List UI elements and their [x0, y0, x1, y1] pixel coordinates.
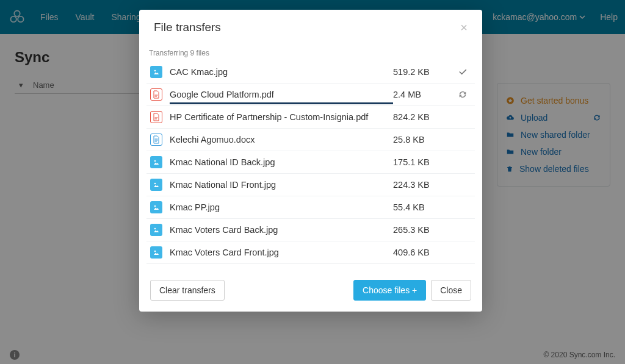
sync-icon — [458, 90, 468, 99]
file-size: 519.2 KB — [393, 67, 454, 77]
svg-rect-17 — [153, 204, 160, 211]
file-name: Kmac PP.jpg — [170, 202, 393, 212]
modal-close-icon[interactable]: × — [460, 21, 468, 34]
file-size: 175.1 KB — [393, 157, 454, 167]
file-transfers-modal: File transfers × Transferring 9 files CA… — [139, 10, 482, 312]
svg-rect-13 — [153, 159, 160, 166]
transfer-row: Kmac PP.jpg55.4 KB — [146, 196, 475, 219]
svg-rect-9 — [155, 119, 157, 120]
file-type-img-icon — [150, 246, 162, 259]
file-size: 55.4 KB — [393, 202, 454, 212]
transfer-row: Kmac National ID Back.jpg175.1 KB — [146, 151, 475, 174]
choose-files-button[interactable]: Choose files + — [353, 280, 426, 301]
transfer-row: Kelechi Agomuo.docx25.8 KB — [146, 129, 475, 151]
file-name: Kmac National ID Front.jpg — [170, 180, 393, 190]
file-type-img-icon — [150, 224, 162, 236]
check-icon — [458, 67, 468, 77]
transfer-row: CAC Kmac.jpg519.2 KB — [146, 61, 475, 84]
svg-rect-8 — [155, 118, 158, 118]
transfer-row: Google Cloud Platform.pdf2.4 MB — [146, 84, 475, 106]
svg-point-14 — [154, 160, 156, 162]
transfer-row: Kmac National ID Front.jpg224.3 KB — [146, 174, 475, 196]
svg-point-16 — [154, 183, 156, 185]
svg-point-20 — [154, 228, 156, 230]
svg-point-18 — [154, 205, 156, 207]
transfer-list: CAC Kmac.jpg519.2 KBGoogle Cloud Platfor… — [146, 61, 475, 264]
svg-rect-15 — [153, 181, 160, 188]
file-type-doc-icon — [150, 134, 162, 146]
file-status — [454, 90, 471, 99]
file-name: Kmac Voters Card Front.jpg — [170, 248, 393, 257]
file-status — [454, 67, 471, 77]
file-type-img-icon — [150, 179, 162, 191]
file-name: Kmac Voters Card Back.jpg — [170, 225, 393, 235]
svg-rect-21 — [153, 249, 160, 256]
file-type-img-icon — [150, 201, 162, 213]
file-size: 2.4 MB — [393, 90, 454, 99]
svg-rect-12 — [155, 141, 157, 142]
svg-rect-19 — [153, 226, 160, 234]
transfer-row: Kmac Voters Card Front.jpg409.6 KB — [146, 241, 475, 264]
file-size: 224.3 KB — [393, 180, 454, 190]
transfer-row: HP Certificate of Partnership - Custom-I… — [146, 106, 475, 129]
file-size: 265.3 KB — [393, 225, 454, 235]
clear-transfers-button[interactable]: Clear transfers — [150, 280, 225, 301]
file-name: CAC Kmac.jpg — [170, 67, 393, 77]
file-type-img-icon — [150, 66, 162, 78]
file-name: Google Cloud Platform.pdf — [170, 90, 393, 104]
file-name: HP Certificate of Partnership - Custom-I… — [170, 112, 393, 122]
file-size: 25.8 KB — [393, 135, 454, 145]
file-size: 824.2 KB — [393, 112, 454, 122]
svg-point-22 — [154, 251, 156, 252]
svg-rect-4 — [153, 68, 160, 76]
file-type-pdf-icon — [150, 88, 162, 101]
svg-rect-6 — [155, 95, 158, 96]
transfer-count-label: Transferring 9 files — [146, 44, 475, 61]
svg-rect-10 — [155, 139, 158, 140]
svg-rect-11 — [155, 140, 158, 141]
file-type-pdf-icon — [150, 111, 162, 123]
svg-rect-7 — [155, 96, 157, 97]
svg-point-5 — [154, 70, 156, 72]
transfer-row: Kmac Voters Card Back.jpg265.3 KB — [146, 219, 475, 241]
file-type-img-icon — [150, 156, 162, 168]
file-name: Kelechi Agomuo.docx — [170, 135, 393, 145]
modal-title: File transfers — [154, 21, 221, 34]
close-button[interactable]: Close — [431, 280, 471, 301]
file-size: 409.6 KB — [393, 248, 454, 257]
file-name: Kmac National ID Back.jpg — [170, 157, 393, 167]
